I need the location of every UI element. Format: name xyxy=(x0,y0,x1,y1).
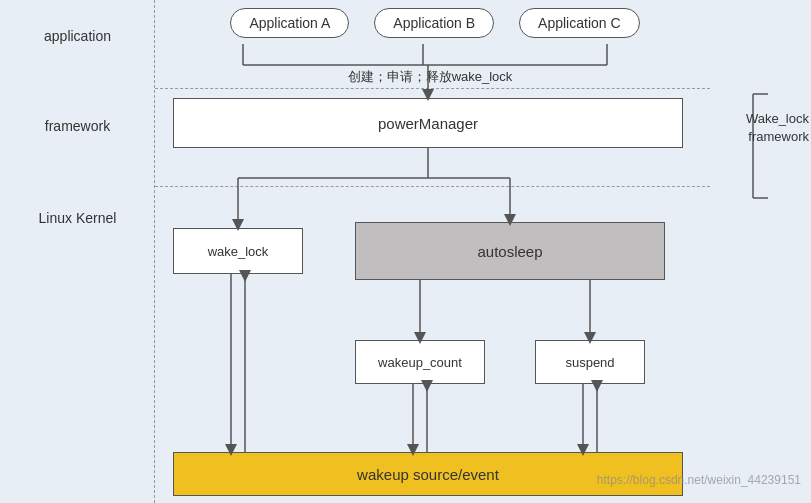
app-c-box: Application C xyxy=(519,8,640,38)
label-application: application xyxy=(0,28,155,44)
bracket-label: Wake_lock framework xyxy=(746,110,809,146)
label-kernel: Linux Kernel xyxy=(0,210,155,226)
app-boxes-row: Application A Application B Application … xyxy=(170,8,700,38)
power-manager-box: powerManager xyxy=(173,98,683,148)
diagram-area: Application A Application B Application … xyxy=(155,0,715,503)
app-b-box: Application B xyxy=(374,8,494,38)
watermark: https://blog.csdn.net/weixin_44239151 xyxy=(597,473,801,487)
arrow-label-wakelock: 创建；申请；释放wake_lock xyxy=(235,68,625,86)
suspend-box: suspend xyxy=(535,340,645,384)
label-framework: framework xyxy=(0,118,155,134)
wakeup-count-box: wakeup_count xyxy=(355,340,485,384)
autosleep-box: autosleep xyxy=(355,222,665,280)
wake-lock-box: wake_lock xyxy=(173,228,303,274)
left-labels: application framework Linux Kernel xyxy=(0,0,155,503)
app-a-box: Application A xyxy=(230,8,349,38)
main-container: application framework Linux Kernel Appli… xyxy=(0,0,811,503)
